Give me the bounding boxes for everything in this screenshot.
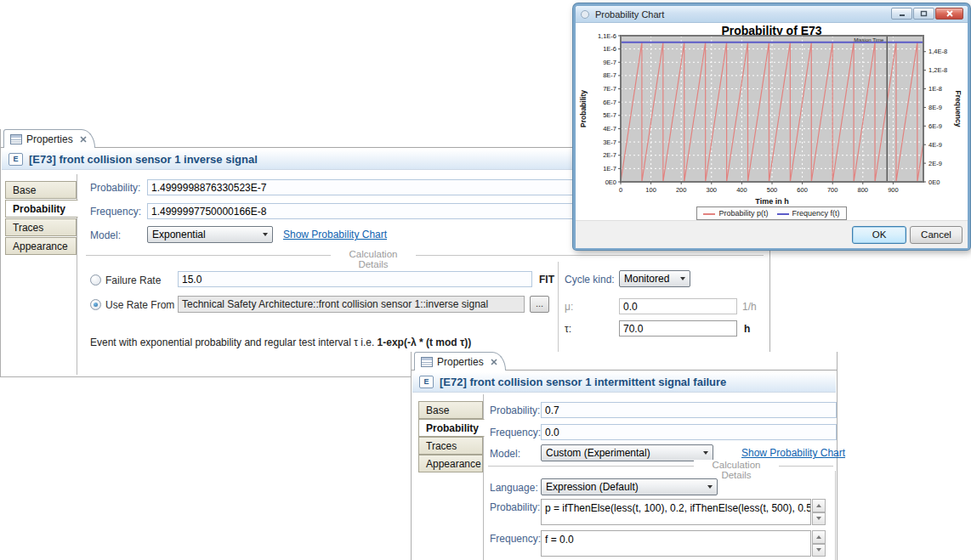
tab-base[interactable]: Base <box>5 181 77 199</box>
frequency-field[interactable]: 0.0 <box>541 424 837 440</box>
language-label: Language: <box>490 482 538 494</box>
cycle-kind-combo[interactable]: Monitored <box>619 270 690 287</box>
svg-text:0E0: 0E0 <box>605 178 616 186</box>
close-button[interactable] <box>935 8 963 20</box>
properties-view-tab[interactable]: Properties <box>414 352 506 371</box>
close-icon[interactable] <box>491 359 497 365</box>
svg-text:Frequency: Frequency <box>954 91 962 127</box>
svg-text:900: 900 <box>888 186 899 194</box>
tau-field[interactable]: 70.0 <box>619 320 737 337</box>
svg-text:1,1E-6: 1,1E-6 <box>598 32 616 40</box>
mu-field[interactable]: 0.0 <box>619 298 737 314</box>
page-title: [E73] front collision sensor 1 inverse s… <box>29 153 258 166</box>
probability-expression-field[interactable]: p = ifThenElse(less(t, 100), 0.2, ifThen… <box>541 499 811 525</box>
tab-appearance[interactable]: Appearance <box>418 455 483 472</box>
tab-label: Traces <box>426 440 457 452</box>
svg-text:8E-7: 8E-7 <box>603 71 616 79</box>
probability-expression-label: Probability: <box>490 501 540 513</box>
minimize-button[interactable] <box>891 8 912 20</box>
calc-details-label: Calculation Details <box>694 460 779 480</box>
probability-chart-dialog: Probability Chart Probability of E73 Mis… <box>573 3 970 250</box>
frequency-expression-field[interactable]: f = 0.0 <box>541 530 811 557</box>
close-icon[interactable] <box>80 136 87 143</box>
tab-base[interactable]: Base <box>418 401 483 419</box>
probability-field[interactable]: 0.7 <box>541 402 837 418</box>
maximize-icon <box>920 10 928 17</box>
scroll-down-icon[interactable] <box>812 512 826 526</box>
svg-text:600: 600 <box>797 186 808 194</box>
dialog-title: Probability Chart <box>595 9 664 20</box>
cycle-kind-value: Monitored <box>624 273 669 285</box>
ok-button[interactable]: OK <box>852 226 906 244</box>
tab-probability[interactable]: Probability <box>418 419 485 437</box>
mu-label: μ: <box>565 301 573 313</box>
svg-text:4E-9: 4E-9 <box>928 141 942 149</box>
legend-swatch <box>703 213 715 215</box>
model-note: Event with exponential probability and r… <box>90 337 471 348</box>
browse-button[interactable]: ... <box>530 296 549 313</box>
scroll-up-icon[interactable] <box>812 499 826 512</box>
tab-label: Probability <box>13 203 65 215</box>
tab-appearance[interactable]: Appearance <box>5 237 77 255</box>
properties-view-tab[interactable]: Properties <box>3 129 95 148</box>
tab-probability[interactable]: Probability <box>5 200 78 218</box>
model-combo[interactable]: Custom (Experimental) <box>541 444 713 461</box>
tab-label: Base <box>426 404 449 416</box>
svg-text:0E0: 0E0 <box>928 178 940 186</box>
svg-text:6E-7: 6E-7 <box>603 99 616 106</box>
model-value: Exponential <box>152 229 206 240</box>
failure-rate-field[interactable]: 15.0 <box>178 271 532 287</box>
cancel-button[interactable]: Cancel <box>910 226 962 244</box>
tab-traces[interactable]: Traces <box>418 437 483 455</box>
probability-label: Probability: <box>490 404 540 416</box>
use-rate-from-label: Use Rate From <box>105 299 174 311</box>
maximize-button[interactable] <box>913 8 934 20</box>
dialog-icon <box>580 9 590 20</box>
svg-text:700: 700 <box>827 186 838 194</box>
svg-text:1E-8: 1E-8 <box>928 85 942 93</box>
show-probability-chart-link[interactable]: Show Probability Chart <box>283 229 387 240</box>
tab-label: Appearance <box>13 240 68 252</box>
svg-text:2E-7: 2E-7 <box>603 151 616 159</box>
use-rate-from-field[interactable]: Technical Safety Architecture::front col… <box>178 296 525 313</box>
svg-text:400: 400 <box>736 186 747 194</box>
model-label: Model: <box>490 448 520 460</box>
scroll-down-icon[interactable] <box>812 544 826 557</box>
event-icon: E <box>419 376 434 388</box>
svg-text:1,2E-8: 1,2E-8 <box>928 66 947 74</box>
model-label: Model: <box>90 229 121 241</box>
chevron-down-icon <box>263 233 268 236</box>
model-value: Custom (Experimental) <box>546 447 650 459</box>
frequency-label: Frequency: <box>90 206 141 218</box>
tab-traces[interactable]: Traces <box>5 218 77 236</box>
language-value: Expression (Default) <box>546 481 639 493</box>
tab-label: Appearance <box>426 458 481 470</box>
properties-view-icon <box>421 357 433 367</box>
frequency-expression-scrollbar[interactable] <box>812 530 826 557</box>
svg-text:1E-7: 1E-7 <box>603 165 616 173</box>
chevron-down-icon <box>703 451 708 455</box>
language-combo[interactable]: Expression (Default) <box>541 478 718 495</box>
model-combo[interactable]: Exponential <box>147 226 273 243</box>
scroll-up-icon[interactable] <box>812 530 826 544</box>
svg-text:Probability: Probability <box>579 90 588 127</box>
properties-panel-e72: Properties E [E72] front collision senso… <box>411 352 838 560</box>
failure-rate-radio[interactable] <box>90 274 101 286</box>
svg-text:4E-7: 4E-7 <box>603 125 616 133</box>
svg-text:1,4E-8: 1,4E-8 <box>928 48 947 55</box>
dialog-footer: OK Cancel <box>576 220 968 248</box>
page-title: [E72] front collision sensor 1 intermitt… <box>440 376 726 388</box>
svg-text:100: 100 <box>645 186 656 194</box>
chevron-down-icon <box>707 485 713 489</box>
view-tab-bar: Properties <box>412 352 837 371</box>
dialog-titlebar[interactable]: Probability Chart <box>576 6 968 23</box>
calc-details-separator <box>86 255 764 256</box>
probability-expression-scrollbar[interactable] <box>812 499 826 525</box>
show-probability-chart-link[interactable]: Show Probability Chart <box>741 447 845 459</box>
properties-view-icon <box>10 134 22 144</box>
use-rate-from-radio[interactable] <box>90 299 101 310</box>
svg-text:6E-9: 6E-9 <box>928 122 942 130</box>
svg-text:5E-7: 5E-7 <box>603 111 616 119</box>
svg-text:Mission Time: Mission Time <box>854 37 884 42</box>
view-tab-label: Properties <box>26 133 73 145</box>
